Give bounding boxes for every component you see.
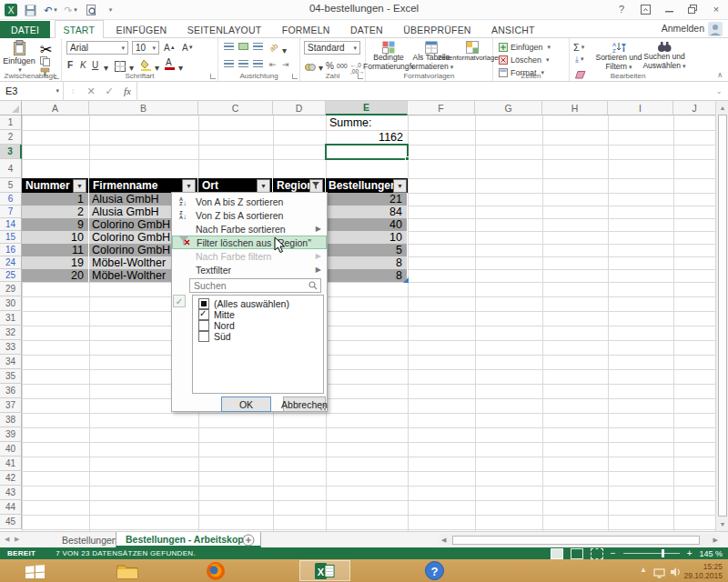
scroll-right-icon[interactable]: ▶ [713, 537, 718, 544]
sort-filter-button[interactable]: AZ Sortieren und Filtern▾ [595, 41, 642, 71]
underline-button[interactable]: U [92, 58, 98, 71]
vertical-scrollbar[interactable]: ▲ ▼ [715, 101, 728, 531]
formula-input[interactable] [136, 82, 710, 101]
filter-check-nord[interactable]: Nord [198, 320, 235, 331]
row-header[interactable]: 34 [0, 355, 22, 369]
cell-nummer[interactable]: 11 [22, 244, 89, 256]
tab-ansicht[interactable]: ANSICHT [483, 21, 543, 39]
cell-nummer[interactable]: 9 [22, 218, 89, 231]
menu-item-sort-az[interactable]: AZ↓ Von A bis Z sortieren [172, 195, 327, 208]
collapse-ribbon-icon[interactable]: ∧ [717, 71, 723, 79]
grow-font-icon[interactable]: A▲ [164, 41, 176, 54]
help-taskbar-button[interactable]: ? [409, 560, 460, 581]
dialog-launcher-icon[interactable] [292, 74, 298, 79]
zoom-level[interactable]: 145 % [699, 549, 723, 558]
align-bottom-icon[interactable] [253, 43, 263, 50]
expand-formula-bar-icon[interactable]: ⌄ [710, 87, 728, 95]
tab-einfuegen[interactable]: EINFÜGEN [108, 21, 176, 39]
row-header[interactable]: 29 [0, 282, 22, 296]
row-header[interactable]: 4 [0, 159, 22, 178]
filter-active-funnel-icon[interactable] [309, 179, 323, 193]
number-format-combo[interactable]: Standard▾ [304, 41, 360, 55]
percent-style-button[interactable]: % [326, 59, 334, 72]
help-button[interactable]: ? [610, 0, 633, 18]
cell-bestellungen[interactable]: 8 [326, 256, 408, 269]
align-center-icon[interactable] [238, 60, 248, 67]
start-button[interactable] [13, 560, 56, 581]
filter-check-sued[interactable]: Süd [198, 331, 231, 342]
normal-view-icon[interactable] [551, 548, 563, 559]
row-header-filtered[interactable]: 15 [0, 231, 22, 244]
row-header[interactable]: 37 [0, 398, 22, 413]
column-header-i[interactable]: I [608, 101, 673, 115]
tab-daten[interactable]: DATEN [342, 21, 391, 39]
filter-check-all[interactable]: (Alles auswählen) [198, 298, 289, 309]
column-header-c[interactable]: C [198, 101, 273, 115]
row-header[interactable]: 35 [0, 369, 22, 384]
column-header-g[interactable]: G [475, 101, 542, 115]
table-header-nummer[interactable]: Nummer ▼ [22, 178, 89, 193]
tab-seitenlayout[interactable]: SEITENLAYOUT [179, 21, 270, 39]
row-header[interactable]: 36 [0, 384, 22, 398]
column-header-e[interactable]: E [326, 101, 408, 115]
firefox-button[interactable] [190, 560, 241, 581]
cells-insert-button[interactable]: Einfügen▾ [499, 41, 551, 54]
restore-button[interactable] [681, 0, 704, 18]
filter-dropdown-icon[interactable]: ▼ [393, 179, 407, 193]
table-resize-handle[interactable] [403, 277, 409, 283]
cell-nummer[interactable]: 2 [22, 206, 89, 218]
cell-bestellungen[interactable]: 21 [326, 193, 408, 206]
scroll-down-icon[interactable]: ▼ [717, 518, 728, 530]
row-header-filtered[interactable]: 16 [0, 244, 22, 256]
row-header-filtered[interactable]: 7 [0, 206, 22, 218]
filter-dropdown-icon[interactable]: ▼ [73, 179, 86, 193]
cancel-entry-icon[interactable]: ✕ [82, 85, 100, 97]
menu-item-sort-za[interactable]: ZA↓ Von Z bis A sortieren [172, 208, 327, 222]
menu-resize-grip[interactable] [320, 405, 326, 410]
close-button[interactable]: × [704, 0, 728, 18]
filter-dropdown-icon[interactable]: ▼ [257, 179, 270, 193]
row-header-filtered[interactable]: 25 [0, 269, 22, 282]
horizontal-scroll-thumb[interactable] [452, 536, 700, 545]
shrink-font-icon[interactable]: A▼ [182, 41, 194, 54]
cell-e2[interactable]: 1162 [326, 130, 408, 145]
cell-bestellungen[interactable]: 5 [326, 244, 408, 256]
fill-icon[interactable]: ⤓▾ [575, 53, 584, 65]
row-header-filtered[interactable]: 24 [0, 256, 22, 269]
minimize-button[interactable] [657, 0, 681, 18]
cells-delete-button[interactable]: Löschen▾ [499, 54, 550, 66]
table-header-ort[interactable]: Ort ▼ [198, 178, 273, 193]
cell-e1[interactable]: Summe: [326, 115, 408, 130]
horizontal-scrollbar[interactable]: ◀ ▶ [440, 534, 720, 547]
page-layout-view-icon[interactable] [571, 548, 583, 559]
cancel-button[interactable]: Abbrechen [283, 396, 326, 412]
scroll-up-icon[interactable]: ▲ [717, 102, 728, 114]
scroll-left-icon[interactable]: ◀ [441, 537, 446, 544]
row-header[interactable]: 33 [0, 340, 22, 355]
increase-indent-icon[interactable]: ⇥ [282, 58, 289, 71]
checkbox-mitte[interactable] [198, 309, 209, 320]
row-header[interactable]: 44 [0, 500, 22, 515]
filter-search-box[interactable] [189, 278, 321, 293]
network-icon[interactable] [653, 566, 665, 582]
column-header-a[interactable]: A [22, 101, 89, 115]
row-header[interactable]: 1 [0, 115, 22, 130]
orientation-caret-icon[interactable]: ▾ [282, 44, 287, 56]
filter-value-list[interactable]: (Alles auswählen) Mitte Nord Süd [192, 295, 324, 394]
speaker-icon[interactable] [670, 565, 682, 581]
zoom-out-icon[interactable]: − [611, 548, 616, 558]
comma-style-button[interactable]: 000 [337, 59, 348, 72]
row-header[interactable]: 38 [0, 413, 22, 427]
ribbon-display-options-button[interactable] [633, 0, 657, 18]
row-header[interactable]: 2 [0, 130, 22, 145]
cell-bestellungen[interactable]: 84 [326, 206, 408, 218]
align-middle-icon[interactable] [238, 43, 248, 50]
font-color-icon[interactable]: A [166, 57, 172, 67]
active-cell-e3[interactable] [325, 144, 409, 160]
tab-datei[interactable]: DATEI [0, 21, 50, 39]
conditional-formatting-button[interactable]: Bedingte Formatierung▾ [368, 41, 410, 71]
ok-button[interactable]: OK [221, 396, 271, 412]
tab-ueberpruefen[interactable]: ÜBERPRÜFEN [395, 21, 479, 39]
row-header[interactable]: 40 [0, 442, 22, 457]
confirm-entry-icon[interactable]: ✓ [100, 85, 118, 97]
